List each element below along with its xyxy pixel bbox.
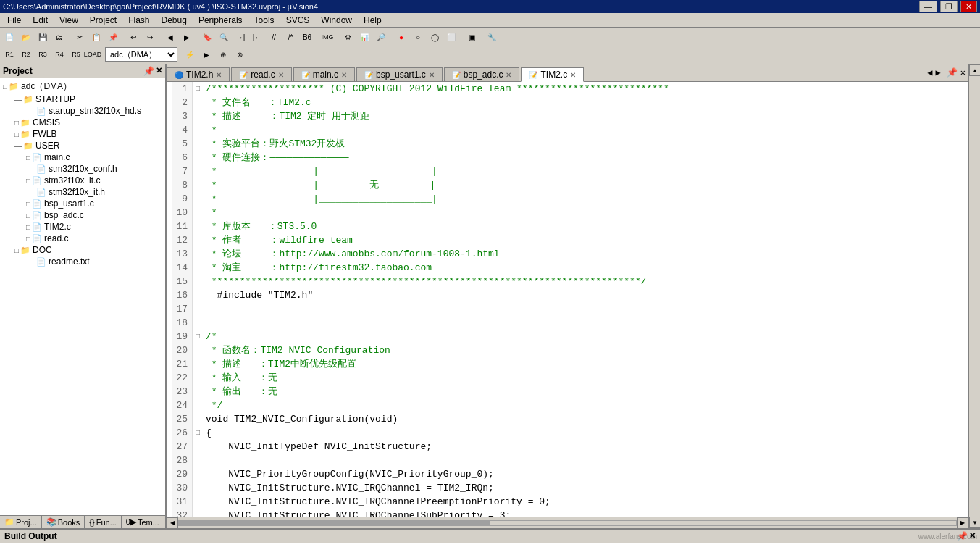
target-dropdown[interactable]: adc（DMA）adc（DMA） [105, 47, 177, 62]
tree-item-5[interactable]: —📁USER [0, 140, 165, 151]
tb-open[interactable]: 📂 [18, 29, 34, 45]
tb-cut[interactable]: ✂ [72, 29, 88, 45]
tree-expand-11[interactable]: □ [26, 212, 30, 220]
menu-flash[interactable]: Flash [122, 14, 155, 27]
tree-expand-13[interactable]: □ [26, 235, 30, 243]
tb-copy[interactable]: 📋 [88, 29, 104, 45]
tree-expand-1[interactable]: — [14, 96, 22, 104]
tb-target-config[interactable]: ⚙ [340, 29, 356, 45]
project-pin-icon[interactable]: 📌 [143, 66, 154, 76]
tb-batch[interactable]: ⬜ [443, 29, 459, 45]
tb-paste[interactable]: 📌 [105, 29, 121, 45]
tb-window1[interactable]: ▣ [464, 29, 479, 45]
tree-item-12[interactable]: □📄TIM2.c [0, 221, 165, 233]
editor-tab-read-c[interactable]: 📝read.c✕ [231, 67, 291, 81]
tb-comment[interactable]: // [266, 29, 282, 45]
code-editor[interactable]: 1□/******************** (C) COPYRIGHT 20… [167, 82, 968, 517]
editor-tab-TIM2-h[interactable]: 🔵TIM2.h✕ [167, 67, 230, 81]
menu-tools[interactable]: Tools [248, 14, 280, 27]
tb-d4[interactable]: ⊗ [232, 46, 248, 62]
h-scrollbar[interactable]: ◀ ▶ [167, 517, 968, 528]
tree-expand-4[interactable]: □ [14, 130, 19, 138]
build-output-close[interactable]: ✕ [969, 531, 976, 541]
tb-undo[interactable]: ↩ [125, 29, 141, 45]
tab-close-3[interactable]: ✕ [429, 71, 435, 79]
tab-panel-close[interactable]: ✕ [959, 66, 967, 80]
tree-item-0[interactable]: □📁adc（DMA） [0, 80, 165, 93]
tree-item-3[interactable]: □📁CMSIS [0, 117, 165, 128]
tab-close-4[interactable]: ✕ [506, 71, 511, 79]
proj-tab-project[interactable]: 📁 Proj... [0, 516, 42, 528]
menu-view[interactable]: View [54, 14, 84, 27]
h-scrollbar-thumb[interactable] [179, 521, 490, 525]
close-button[interactable]: ✕ [960, 1, 977, 12]
tb-r5[interactable]: R5 [68, 46, 84, 62]
proj-tab-templates[interactable]: 0▶ Tem... [122, 516, 164, 528]
tb-indent-r[interactable]: →| [233, 29, 248, 45]
menu-peripherals[interactable]: Peripherals [193, 14, 248, 27]
tb-r2[interactable]: R2 [18, 46, 34, 62]
tb-stop[interactable]: ○ [410, 29, 426, 45]
expand-area-1[interactable]: □ [193, 82, 203, 96]
tree-expand-0[interactable]: □ [3, 83, 7, 91]
tb-bookmark[interactable]: 🔖 [199, 29, 215, 45]
tb-indent-l[interactable]: |← [249, 29, 265, 45]
tree-item-14[interactable]: □📁DOC [0, 244, 165, 256]
tb-d2[interactable]: ▶ [198, 46, 214, 62]
tb-clean[interactable]: ◯ [427, 29, 443, 45]
tb-uncomment[interactable]: /* [282, 29, 298, 45]
scroll-right-btn[interactable]: ▶ [957, 517, 968, 529]
tab-close-0[interactable]: ✕ [216, 71, 222, 79]
maximize-button[interactable]: ❐ [940, 1, 958, 12]
tb-nav-fwd[interactable]: ▶ [179, 29, 195, 45]
tb-img1[interactable]: IMG [319, 29, 335, 45]
tree-item-10[interactable]: □📄bsp_usart1.c [0, 198, 165, 209]
tab-close-2[interactable]: ✕ [341, 71, 347, 79]
proj-tab-books[interactable]: 📚 Books [42, 516, 85, 528]
menu-help[interactable]: Help [358, 14, 388, 27]
expand-area-26[interactable]: □ [193, 426, 203, 440]
editor-tab-TIM2-c[interactable]: 📝TIM2.c✕ [521, 67, 584, 82]
tb-build[interactable]: ● [393, 29, 409, 45]
tb-new[interactable]: 📄 [1, 29, 17, 45]
tb-d1[interactable]: ⚡ [182, 46, 198, 62]
tree-item-2[interactable]: 📄startup_stm32f10x_hd.s [0, 105, 165, 117]
menu-project[interactable]: Project [84, 14, 122, 27]
tb-load[interactable]: LOAD [85, 46, 101, 62]
tree-item-8[interactable]: □📄stm32f10x_it.c [0, 175, 165, 186]
tree-expand-8[interactable]: □ [26, 177, 30, 185]
project-close-icon[interactable]: ✕ [156, 66, 162, 76]
tab-close-1[interactable]: ✕ [278, 71, 284, 79]
editor-tab-main-c[interactable]: 📝main.c✕ [293, 67, 355, 81]
build-output-pin[interactable]: 📌 [957, 531, 968, 541]
editor-tab-bsp_adc-c[interactable]: 📝bsp_adc.c✕ [444, 67, 520, 81]
tb-redo[interactable]: ↪ [142, 29, 158, 45]
menu-debug[interactable]: Debug [156, 14, 193, 27]
tree-item-6[interactable]: □📄main.c [0, 151, 165, 163]
tab-scroll-right[interactable]: ▶ [934, 66, 942, 80]
menu-window[interactable]: Window [315, 14, 358, 27]
tab-scroll-left[interactable]: ◀ [926, 66, 934, 80]
menu-file[interactable]: File [1, 14, 27, 27]
tb-r3[interactable]: R3 [35, 46, 51, 62]
tree-expand-10[interactable]: □ [26, 200, 30, 208]
tree-item-11[interactable]: □📄bsp_adc.c [0, 209, 165, 221]
expand-area-19[interactable]: □ [193, 330, 203, 343]
tb-save-all[interactable]: 🗂 [51, 29, 67, 45]
tb-find[interactable]: 🔍 [216, 29, 232, 45]
tree-expand-5[interactable]: — [14, 142, 22, 150]
tb-save[interactable]: 💾 [35, 29, 51, 45]
scroll-left-btn[interactable]: ◀ [167, 517, 178, 529]
menu-edit[interactable]: Edit [27, 14, 54, 27]
tb-settings[interactable]: 🔧 [484, 29, 500, 45]
h-scrollbar-track[interactable] [178, 520, 957, 526]
tree-expand-14[interactable]: □ [14, 246, 19, 254]
tab-panel-icon[interactable]: 📌 [945, 66, 959, 80]
v-scrollbar-track[interactable] [969, 76, 980, 517]
tb-nav-back[interactable]: ◀ [162, 29, 178, 45]
tree-expand-3[interactable]: □ [14, 119, 19, 127]
scroll-up-btn[interactable]: ▲ [969, 64, 980, 76]
tb-d3[interactable]: ⊕ [215, 46, 231, 62]
menu-svcs[interactable]: SVCS [280, 14, 316, 27]
tree-item-1[interactable]: —📁STARTUP [0, 93, 165, 105]
